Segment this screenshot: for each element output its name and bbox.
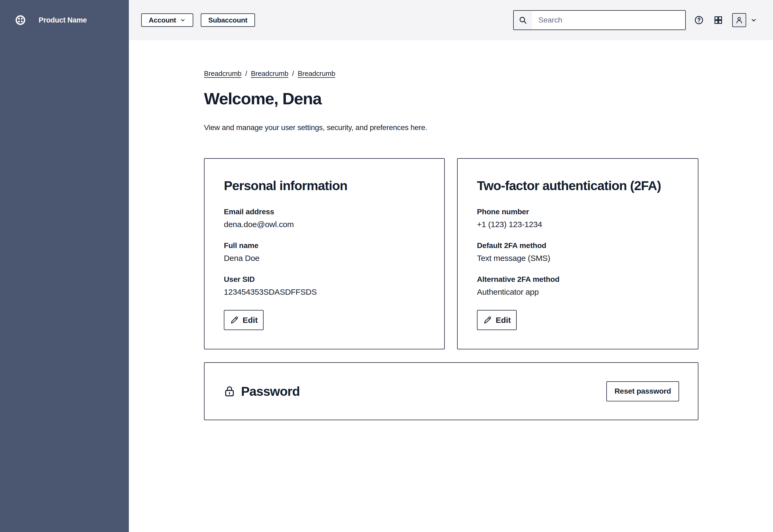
account-menu-label: Account — [149, 16, 176, 24]
app-grid-icon — [714, 16, 723, 24]
breadcrumb-link-2[interactable]: Breadcrumb — [251, 69, 289, 77]
product-logo-icon — [15, 15, 26, 25]
phone-number-field-group: Phone number +1 (123) 123-1234 — [477, 207, 679, 230]
full-name-label: Full name — [224, 241, 425, 250]
help-icon — [695, 16, 703, 24]
pencil-icon — [230, 316, 239, 325]
lock-icon — [223, 385, 236, 397]
search-icon — [514, 11, 532, 29]
user-sid-field-group: User SID 123454353SDASDFFSDS — [224, 275, 425, 297]
alternative-2fa-field-group: Alternative 2FA method Authenticator app — [477, 275, 679, 297]
breadcrumb-separator: / — [292, 69, 294, 77]
user-avatar-button[interactable] — [732, 13, 746, 27]
user-sid-value: 123454353SDASDFFSDS — [224, 287, 425, 297]
search-input[interactable] — [532, 11, 685, 29]
password-card-header: Password — [223, 384, 300, 399]
password-card: Password Reset password — [204, 362, 698, 420]
default-2fa-label: Default 2FA method — [477, 241, 679, 250]
page-subtitle: View and manage your user settings, secu… — [204, 123, 698, 133]
two-factor-title: Two-factor authentication (2FA) — [477, 178, 679, 194]
breadcrumb-link-1[interactable]: Breadcrumb — [204, 69, 242, 77]
full-name-value: Dena Doe — [224, 253, 425, 263]
password-title: Password — [241, 384, 300, 399]
default-2fa-value: Text message (SMS) — [477, 253, 679, 263]
edit-button-label: Edit — [243, 316, 258, 325]
phone-number-value: +1 (123) 123-1234 — [477, 219, 679, 230]
sidebar-header: Product Name — [0, 0, 129, 40]
account-menu-button[interactable]: Account — [141, 13, 193, 27]
pencil-icon — [483, 316, 492, 325]
full-name-field-group: Full name Dena Doe — [224, 241, 425, 263]
user-sid-label: User SID — [224, 275, 425, 284]
chevron-down-icon — [750, 17, 757, 23]
two-factor-authentication-card: Two-factor authentication (2FA) Phone nu… — [457, 158, 698, 349]
email-label: Email address — [224, 207, 425, 217]
default-2fa-field-group: Default 2FA method Text message (SMS) — [477, 241, 679, 263]
breadcrumb-separator: / — [245, 69, 247, 77]
sidebar: Product Name — [0, 0, 129, 532]
page-title: Welcome, Dena — [204, 89, 698, 109]
topbar: Account Subaccount — [129, 0, 773, 40]
phone-number-label: Phone number — [477, 207, 679, 217]
edit-button-label: Edit — [496, 316, 511, 325]
edit-two-factor-button[interactable]: Edit — [477, 310, 517, 330]
user-menu-chevron-button[interactable] — [750, 17, 757, 23]
breadcrumb-link-3[interactable]: Breadcrumb — [298, 69, 335, 77]
email-value: dena.doe@owl.com — [224, 219, 425, 230]
main-content: Breadcrumb/Breadcrumb/Breadcrumb Welcome… — [129, 40, 773, 532]
subaccount-button[interactable]: Subaccount — [201, 13, 255, 27]
search-box[interactable] — [513, 10, 686, 30]
settings-cards-row: Personal information Email address dena.… — [204, 158, 698, 349]
personal-information-card: Personal information Email address dena.… — [204, 158, 445, 349]
alternative-2fa-value: Authenticator app — [477, 287, 679, 297]
email-field-group: Email address dena.doe@owl.com — [224, 207, 425, 230]
help-button[interactable] — [695, 16, 703, 24]
personal-information-title: Personal information — [224, 178, 425, 194]
edit-personal-information-button[interactable]: Edit — [224, 310, 264, 330]
chevron-down-icon — [180, 17, 186, 23]
alternative-2fa-label: Alternative 2FA method — [477, 275, 679, 284]
user-icon — [735, 16, 744, 25]
product-name: Product Name — [39, 16, 87, 24]
reset-password-button[interactable]: Reset password — [606, 381, 679, 401]
app-switcher-button[interactable] — [714, 16, 723, 24]
subaccount-label: Subaccount — [208, 16, 248, 24]
breadcrumb: Breadcrumb/Breadcrumb/Breadcrumb — [204, 69, 698, 78]
